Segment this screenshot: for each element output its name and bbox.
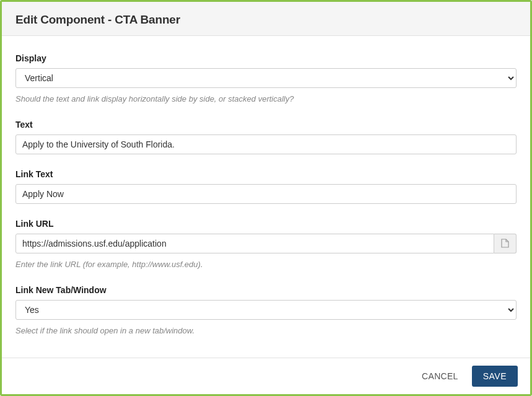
display-label: Display (15, 53, 517, 63)
text-label: Text (15, 120, 517, 130)
link-text-label: Link Text (15, 169, 517, 179)
link-url-browse-button[interactable] (494, 234, 517, 253)
text-field-group: Text (15, 120, 517, 154)
link-url-label: Link URL (15, 219, 517, 229)
cancel-button[interactable]: CANCEL (419, 366, 461, 386)
link-url-field-group: Link URL Enter the link URL (for example… (15, 219, 517, 270)
display-help-text: Should the text and link display horizon… (15, 94, 517, 105)
edit-component-modal: Edit Component - CTA Banner Display Vert… (0, 0, 532, 396)
document-icon (501, 239, 509, 248)
link-new-tab-label: Link New Tab/Window (15, 285, 517, 295)
link-url-input[interactable] (15, 234, 494, 253)
link-new-tab-help-text: Select if the link should open in a new … (15, 326, 517, 337)
link-url-help-text: Enter the link URL (for example, http://… (15, 260, 517, 270)
link-new-tab-select[interactable]: Yes (15, 300, 517, 320)
modal-body: Display Vertical Should the text and lin… (2, 36, 530, 358)
link-new-tab-field-group: Link New Tab/Window Yes Select if the li… (15, 285, 517, 337)
display-field-group: Display Vertical Should the text and lin… (15, 53, 517, 105)
display-select[interactable]: Vertical (15, 68, 517, 88)
modal-header: Edit Component - CTA Banner (2, 2, 530, 36)
link-text-input[interactable] (15, 184, 517, 204)
link-text-field-group: Link Text (15, 169, 517, 204)
save-button[interactable]: SAVE (472, 366, 518, 387)
text-input[interactable] (15, 134, 517, 154)
modal-footer: CANCEL SAVE (2, 358, 530, 394)
link-url-input-wrap (15, 234, 517, 253)
modal-title: Edit Component - CTA Banner (15, 13, 517, 27)
